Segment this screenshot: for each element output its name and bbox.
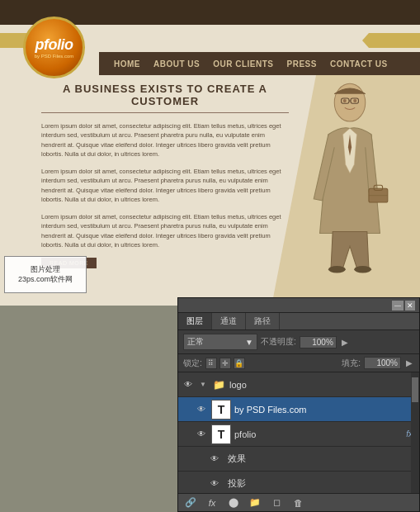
blend-mode-arrow-icon: ▼	[245, 338, 253, 347]
ribbon-right	[362, 33, 420, 48]
ps-controls-row: 正常 ▼ 不透明度: 100% ▶	[178, 330, 419, 354]
watermark-line2: 23ps.com软件网	[18, 275, 73, 285]
folder-icon: 📁	[211, 379, 226, 391]
tab-paths[interactable]: 路径	[246, 313, 280, 329]
layer-name-by-psd: by PSD Files.com	[234, 405, 416, 415]
nav-contact[interactable]: CONTACT US	[330, 59, 388, 69]
layer-thumb-pfolio: T	[211, 424, 231, 444]
main-content: A BUSINESS EXISTS TO CREATE A CUSTOMER L…	[41, 83, 289, 268]
lock-all-icon[interactable]: 🔒	[234, 358, 245, 369]
layer-name-logo: logo	[229, 380, 416, 390]
opacity-field[interactable]: 100%	[300, 336, 337, 348]
svg-point-6	[343, 99, 347, 102]
eye-icon-logo[interactable]: 👁	[182, 378, 195, 391]
layer-effect[interactable]: 👁 效果	[178, 447, 419, 472]
svg-point-4	[328, 266, 346, 273]
lock-position-icon[interactable]: ✛	[219, 358, 231, 369]
nav-bar: HOME ABOUT US OUR CLIENTS PRESS CONTACT …	[99, 52, 420, 75]
businessman-illustration	[296, 78, 403, 285]
layer-by-psd[interactable]: 👁 T by PSD Files.com	[178, 397, 419, 422]
fill-area: 填充: 100% ▶	[342, 357, 414, 369]
layer-name-effect: 效果	[228, 453, 416, 465]
expand-icon-logo[interactable]: ▼	[198, 380, 208, 390]
layer-logo-folder[interactable]: 👁 ▼ 📁 logo	[178, 372, 419, 397]
paragraph-1: Lorem ipsum dolor sit amet, consectetur …	[41, 121, 289, 159]
blend-mode-dropdown[interactable]: 正常 ▼	[183, 334, 257, 350]
svg-point-5	[354, 266, 371, 273]
content-heading: A BUSINESS EXISTS TO CREATE A CUSTOMER	[41, 83, 289, 113]
layers-scrollbar-thumb[interactable]	[412, 377, 418, 402]
ps-tabs: 图层 通道 路径	[178, 313, 419, 330]
logo-circle[interactable]: pfolio by PSD Files.com	[23, 17, 85, 78]
fill-arrow-icon[interactable]: ▶	[404, 358, 414, 367]
opacity-arrow-icon[interactable]: ▶	[340, 338, 350, 347]
eye-icon-shadow[interactable]: 👁	[208, 477, 221, 491]
ps-collapse-button[interactable]: —	[392, 301, 403, 311]
nav-home[interactable]: HOME	[114, 59, 140, 69]
new-layer-icon[interactable]: ◻	[269, 495, 284, 510]
layers-scrollbar[interactable]	[411, 372, 419, 495]
logo-sub-text: by PSD Files.com	[35, 54, 74, 59]
paragraph-3: Lorem ipsum dolor sit amet, consectetur …	[41, 212, 289, 249]
blend-mode-label: 正常	[187, 336, 204, 348]
ps-close-button[interactable]: ✕	[405, 301, 415, 311]
watermark-line1: 图片处理	[31, 265, 60, 275]
opacity-label: 不透明度:	[261, 336, 296, 348]
eye-icon-pfolio[interactable]: 👁	[195, 428, 208, 441]
eye-icon-by-psd[interactable]: 👁	[195, 403, 208, 416]
ps-lock-row: 锁定: ⠿ ✛ 🔒 填充: 100% ▶	[178, 354, 419, 372]
adjustment-icon[interactable]: ⬤	[226, 495, 241, 510]
ps-bottom-toolbar: 🔗 fx ⬤ 📁 ◻ 🗑	[178, 493, 419, 511]
link-icon[interactable]: 🔗	[183, 495, 198, 510]
photoshop-panel: — ✕ 图层 通道 路径 正常 ▼ 不透明度: 100% ▶ 锁定: ⠿ ✛ 🔒…	[177, 297, 420, 512]
logo-main-text: pfolio	[35, 37, 73, 52]
tab-layers[interactable]: 图层	[178, 313, 212, 329]
svg-point-7	[353, 99, 356, 102]
layer-pfolio[interactable]: 👁 T pfolio fx	[178, 422, 419, 447]
tab-channels[interactable]: 通道	[212, 313, 246, 329]
nav-about[interactable]: ABOUT US	[153, 59, 200, 69]
lock-icons-group: ⠿ ✛ 🔒	[205, 358, 245, 369]
nav-clients[interactable]: OUR CLIENTS	[213, 59, 273, 69]
group-icon[interactable]: 📁	[248, 495, 262, 510]
layer-thumb-by-psd: T	[211, 400, 231, 420]
lock-label: 锁定:	[183, 358, 202, 369]
delete-layer-icon[interactable]: 🗑	[290, 495, 305, 510]
eye-icon-effect[interactable]: 👁	[208, 453, 221, 466]
fill-label: 填充:	[342, 358, 361, 369]
layer-name-shadow: 投影	[228, 477, 416, 490]
fill-field[interactable]: 100%	[364, 357, 401, 369]
nav-press[interactable]: PRESS	[287, 59, 317, 69]
ps-panel-header: — ✕	[178, 298, 419, 313]
paragraph-2: Lorem ipsum dolor sit amet, consectetur …	[41, 167, 289, 204]
fx-icon[interactable]: fx	[205, 495, 219, 510]
ps-layers-list: 👁 ▼ 📁 logo 👁 T by PSD Files.com 👁 T pfol…	[178, 372, 419, 495]
watermark: 图片处理 23ps.com软件网	[4, 256, 87, 293]
layer-name-pfolio: pfolio	[234, 429, 403, 439]
lock-pixels-icon[interactable]: ⠿	[205, 358, 217, 369]
layer-shadow[interactable]: 👁 投影	[178, 472, 419, 495]
